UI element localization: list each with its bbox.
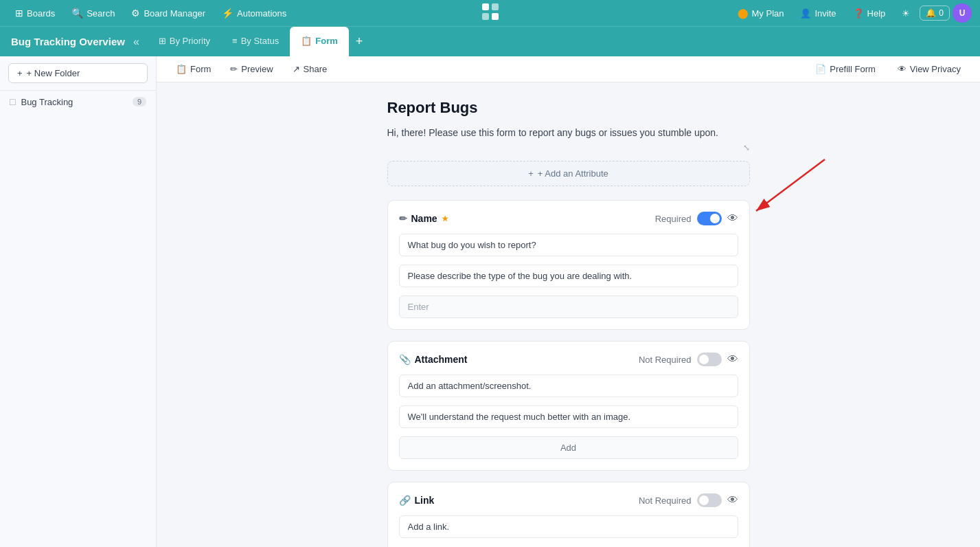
help-icon: ❓ xyxy=(853,8,864,19)
automations-label: Automations xyxy=(237,8,286,19)
view-privacy-btn[interactable]: 👁 View Privacy xyxy=(889,60,969,78)
boards-label: Boards xyxy=(27,8,55,19)
nav-board-manager[interactable]: ⚙ Board Manager xyxy=(124,5,212,21)
star-icon: ★ xyxy=(442,214,448,223)
tab-by-status[interactable]: ≡ By Status xyxy=(221,27,290,56)
main-area: 📋 Form ✏ Preview ↗ Share 📄 Prefill Form … xyxy=(157,56,980,547)
invite-label: Invite xyxy=(814,8,836,19)
tab-form[interactable]: 📋 Form xyxy=(290,27,349,56)
form-content-area: Report Bugs Hi, there! Please use this f… xyxy=(157,82,980,547)
link-required-label: Not Required xyxy=(639,495,692,506)
form-btn-icon: 📋 xyxy=(176,64,187,74)
sidebar-item-badge: 9 xyxy=(133,97,146,107)
name-enter-area[interactable]: Enter xyxy=(399,295,738,318)
link-visibility-icon[interactable]: 👁 xyxy=(727,494,738,506)
add-attribute-plus-icon: + xyxy=(528,168,534,179)
required-label: Required xyxy=(655,214,692,224)
new-folder-btn[interactable]: + + New Folder xyxy=(8,63,148,83)
search-icon: 🔍 xyxy=(71,8,83,19)
form-btn-label: Form xyxy=(190,64,211,74)
name-input-2[interactable] xyxy=(399,265,738,287)
share-btn[interactable]: ↗ Share xyxy=(284,60,336,78)
attachment-icon: 📎 xyxy=(399,354,411,365)
page-title: Bug Tracking Overview xyxy=(5,36,130,47)
attachment-input-1[interactable] xyxy=(399,375,738,397)
prefill-icon: 📄 xyxy=(815,64,826,74)
svg-rect-3 xyxy=(492,13,499,20)
sidebar: + + New Folder □ Bug Tracking 9 xyxy=(0,56,157,547)
top-nav-right: ⬤ My Plan 👤 Invite ❓ Help ☀ 🔔 0 U xyxy=(731,3,972,23)
name-field-card: ✏ Name ★ Required 👁 Enter xyxy=(387,200,750,330)
sidebar-item-bug-tracking[interactable]: □ Bug Tracking 9 xyxy=(0,91,156,113)
svg-line-5 xyxy=(756,159,825,211)
theme-icon: ☀ xyxy=(902,8,910,19)
my-plan-btn[interactable]: ⬤ My Plan xyxy=(731,5,791,21)
search-label: Search xyxy=(87,8,115,19)
attachment-add-btn[interactable]: Add xyxy=(399,436,738,459)
name-visibility-icon[interactable]: 👁 xyxy=(727,212,738,225)
form-title: Report Bugs xyxy=(387,99,750,117)
link-required-toggle[interactable] xyxy=(697,493,722,507)
preview-btn[interactable]: ✏ Preview xyxy=(222,60,281,78)
plus-icon: + xyxy=(17,68,23,78)
notifications-btn[interactable]: 🔔 0 xyxy=(920,5,950,21)
by-priority-label: By Priority xyxy=(170,36,210,46)
link-input-1[interactable] xyxy=(399,515,738,538)
app-logo xyxy=(479,1,501,26)
link-field-card: 🔗 Link Not Required 👁 xyxy=(387,482,750,547)
collapse-sidebar-btn[interactable]: « xyxy=(130,33,142,51)
invite-btn[interactable]: 👤 Invite xyxy=(793,5,843,21)
name-field-controls: Required 👁 xyxy=(655,212,738,225)
attachment-input-2[interactable] xyxy=(399,405,738,428)
by-status-icon: ≡ xyxy=(232,36,238,46)
nav-boards[interactable]: ⊞ Boards xyxy=(8,5,62,21)
by-status-label: By Status xyxy=(241,36,280,46)
attachment-field-controls: Not Required 👁 xyxy=(639,353,738,366)
attachment-field-label: 📎 Attachment xyxy=(399,354,468,365)
enter-label: Enter xyxy=(408,302,429,312)
second-nav: Bug Tracking Overview « ⊞ By Priority ≡ … xyxy=(0,26,980,56)
add-attribute-label: + Add an Attribute xyxy=(538,168,608,179)
attachment-add-label: Add xyxy=(560,443,576,453)
boards-icon: ⊞ xyxy=(15,8,23,19)
view-privacy-label: View Privacy xyxy=(910,64,961,74)
form-btn[interactable]: 📋 Form xyxy=(168,60,219,78)
attachment-label-text: Attachment xyxy=(415,354,468,365)
link-field-label: 🔗 Link xyxy=(399,495,435,506)
svg-rect-1 xyxy=(492,3,499,10)
link-label-text: Link xyxy=(415,495,435,506)
form-description: Hi, there! Please use this form to repor… xyxy=(387,125,750,140)
resize-handle[interactable]: ⤡ xyxy=(387,143,750,153)
preview-icon: ✏ xyxy=(230,64,238,74)
name-field-label: ✏ Name ★ xyxy=(399,213,448,224)
bell-icon: 🔔 xyxy=(926,8,936,18)
help-label: Help xyxy=(867,8,886,19)
add-attribute-btn[interactable]: + + Add an Attribute xyxy=(387,161,750,186)
folder-icon: □ xyxy=(10,96,15,107)
name-field-header: ✏ Name ★ Required 👁 xyxy=(399,212,738,225)
board-manager-icon: ⚙ xyxy=(131,8,140,19)
new-folder-label: + New Folder xyxy=(27,68,80,78)
help-btn[interactable]: ❓ Help xyxy=(846,5,893,21)
attachment-field-card: 📎 Attachment Not Required 👁 Add xyxy=(387,341,750,471)
prefill-form-btn[interactable]: 📄 Prefill Form xyxy=(807,60,883,78)
theme-btn[interactable]: ☀ xyxy=(895,5,917,21)
name-input-1[interactable] xyxy=(399,234,738,256)
attachment-required-toggle[interactable] xyxy=(697,353,722,366)
link-icon: 🔗 xyxy=(399,495,411,506)
svg-rect-2 xyxy=(482,13,489,20)
tab-by-priority[interactable]: ⊞ By Priority xyxy=(148,27,221,56)
user-avatar[interactable]: U xyxy=(953,3,972,23)
attachment-visibility-icon[interactable]: 👁 xyxy=(727,353,738,366)
sidebar-toolbar: + + New Folder xyxy=(0,56,156,91)
attachment-required-label: Not Required xyxy=(639,355,692,365)
name-required-toggle[interactable] xyxy=(697,212,722,225)
name-label-text: Name xyxy=(411,213,437,224)
form-tab-label: Form xyxy=(315,36,338,46)
nav-automations[interactable]: ⚡ Automations xyxy=(215,5,293,21)
pencil-icon: ✏ xyxy=(399,213,407,224)
board-manager-label: Board Manager xyxy=(144,8,205,19)
nav-search[interactable]: 🔍 Search xyxy=(65,5,122,21)
preview-label: Preview xyxy=(241,64,273,74)
add-tab-btn[interactable]: + xyxy=(349,27,370,56)
